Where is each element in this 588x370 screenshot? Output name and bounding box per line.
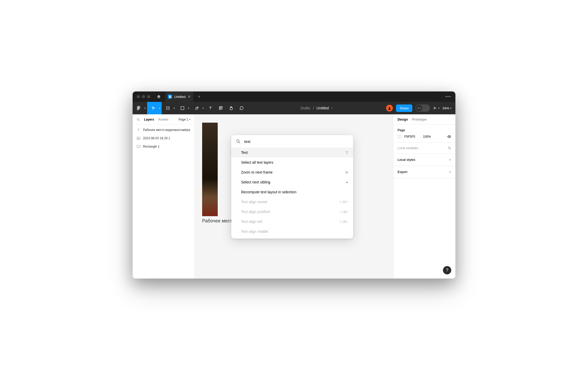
chevron-down-icon: ▾ <box>189 118 190 121</box>
move-tool-button[interactable]: ▾ <box>147 102 162 114</box>
chevron-down-icon[interactable]: ▾ <box>331 107 332 109</box>
right-panel: Design Prototype Page F5F5F5 100% Local … <box>393 114 455 279</box>
close-window-button[interactable] <box>137 95 140 98</box>
palette-item-label: Recompute text layout in selection <box>241 190 296 194</box>
search-layers-icon[interactable] <box>137 118 140 121</box>
text-tool-button[interactable] <box>205 102 216 114</box>
layer-name: 2023-08-03 18.29 1 <box>143 136 170 140</box>
canvas-image-layer[interactable] <box>202 123 218 216</box>
palette-item-label: Text align justified <box>241 210 270 214</box>
new-tab-button[interactable]: + <box>195 94 203 99</box>
palette-item-label: Select all text layers <box>241 160 274 164</box>
design-tab[interactable]: Design <box>398 118 408 121</box>
chevron-down-icon: ▾ <box>203 107 204 109</box>
app-window: Untitled ✕ + ••• ▾ ▾ ▾ ▾ <box>133 91 455 279</box>
text-layer-icon <box>137 128 140 132</box>
layer-name: Rectangle 1 <box>143 145 160 148</box>
palette-item[interactable]: Recompute text layout in selection <box>231 187 353 197</box>
main-menu-button[interactable]: ▾ <box>133 102 147 114</box>
palette-item[interactable]: Text align middle <box>231 227 353 236</box>
palette-item-label: Zoom to next frame <box>241 170 272 174</box>
page-name: Page 1 <box>179 118 188 121</box>
comment-tool-button[interactable] <box>236 102 247 114</box>
palette-item[interactable]: Zoom to next frame N <box>231 167 353 177</box>
chevron-down-icon: ▾ <box>438 107 439 109</box>
image-layer-icon <box>137 136 140 140</box>
palette-item[interactable]: Text align justified ⌥⌘J <box>231 207 353 217</box>
chevron-down-icon: ▾ <box>159 107 160 109</box>
breadcrumb-separator: / <box>313 106 314 110</box>
search-icon <box>236 139 241 144</box>
assets-tab[interactable]: Assets <box>158 118 168 121</box>
layer-item[interactable]: Rectangle 1 <box>133 142 195 151</box>
shape-tool-button[interactable]: ▾ <box>176 102 191 114</box>
palette-item-label: Text align middle <box>241 229 268 234</box>
svg-rect-13 <box>219 107 221 108</box>
help-button[interactable]: ? <box>443 266 451 274</box>
palette-search-row <box>231 135 353 148</box>
palette-item[interactable]: Text align center ⌥⌘T <box>231 197 353 207</box>
frame-tool-button[interactable]: ▾ <box>162 102 176 114</box>
palette-search-input[interactable] <box>244 139 348 144</box>
present-button[interactable]: ▾ <box>433 106 439 110</box>
chevron-down-icon: ▾ <box>188 107 189 109</box>
dev-mode-toggle[interactable] <box>415 104 430 112</box>
page-opacity-value[interactable]: 100% <box>423 135 431 138</box>
add-icon[interactable]: + <box>449 157 451 162</box>
prototype-tab[interactable]: Prototype <box>412 118 427 121</box>
svg-point-29 <box>450 149 451 149</box>
tab-title: Untitled <box>174 95 186 99</box>
home-icon[interactable] <box>156 94 161 99</box>
left-panel: Layers Assets Page 1 ▾ Рабочее место вид… <box>133 114 195 279</box>
palette-item[interactable]: Select all text layers <box>231 157 353 167</box>
file-tab[interactable]: Untitled ✕ <box>165 91 193 102</box>
layers-list: Рабочее место видеомонтажёра 2023-08-03 … <box>133 125 195 152</box>
palette-item[interactable]: Text T <box>231 148 353 157</box>
svg-rect-14 <box>221 107 222 108</box>
command-palette: Text T Select all text layers Zoom to ne… <box>231 135 353 239</box>
add-icon[interactable]: + <box>449 170 451 174</box>
svg-point-31 <box>237 140 239 142</box>
toolbar: ▾ ▾ ▾ ▾ ▾ <box>133 102 455 114</box>
palette-results: Text T Select all text layers Zoom to ne… <box>231 148 353 239</box>
maximize-window-button[interactable] <box>147 95 150 98</box>
page-color-swatch[interactable] <box>398 135 402 139</box>
visibility-icon[interactable] <box>447 135 451 139</box>
minimize-window-button[interactable] <box>142 95 145 98</box>
user-avatar[interactable] <box>386 105 393 111</box>
zoom-selector[interactable]: 34% ▾ <box>442 106 451 110</box>
file-name[interactable]: Untitled <box>317 106 329 110</box>
close-tab-icon[interactable]: ✕ <box>188 95 191 99</box>
breadcrumb: Drafts / Untitled ▾ <box>247 106 386 110</box>
svg-line-20 <box>139 120 140 121</box>
local-variables-label: Local variables <box>398 146 418 150</box>
zoom-value: 34% <box>442 106 449 110</box>
share-button[interactable]: Share <box>396 104 412 112</box>
page-section-title: Page <box>398 128 451 132</box>
hand-tool-button[interactable] <box>226 102 236 114</box>
resources-tool-button[interactable] <box>216 102 226 114</box>
settings-icon[interactable] <box>448 146 451 150</box>
rectangle-layer-icon <box>137 145 140 148</box>
local-variables-section: Local variables <box>393 143 455 154</box>
titlebar: Untitled ✕ + ••• <box>133 91 455 102</box>
page-color-value[interactable]: F5F5F5 <box>404 135 415 138</box>
pen-tool-button[interactable]: ▾ <box>191 102 205 114</box>
svg-point-26 <box>449 136 450 137</box>
layer-item[interactable]: 2023-08-03 18.29 1 <box>133 134 195 142</box>
more-menu-icon[interactable]: ••• <box>445 94 451 99</box>
breadcrumb-parent[interactable]: Drafts <box>300 106 310 110</box>
layers-tab[interactable]: Layers <box>144 118 154 121</box>
palette-item-shortcut: ⇥ <box>345 180 348 184</box>
svg-rect-4 <box>139 108 140 109</box>
layer-item[interactable]: Рабочее место видеомонтажёра <box>133 126 195 134</box>
palette-item-label: Select next sibling <box>241 180 270 184</box>
palette-item[interactable]: Text align left ⌥⌘L <box>231 217 353 227</box>
export-section: Export + <box>393 166 455 178</box>
page-selector[interactable]: Page 1 ▾ <box>179 118 190 121</box>
figma-file-icon <box>168 95 172 99</box>
palette-item-label: Text <box>241 150 248 155</box>
local-styles-label: Local styles <box>398 158 415 162</box>
palette-item[interactable]: Select next sibling ⇥ <box>231 177 353 187</box>
svg-point-18 <box>389 107 390 108</box>
